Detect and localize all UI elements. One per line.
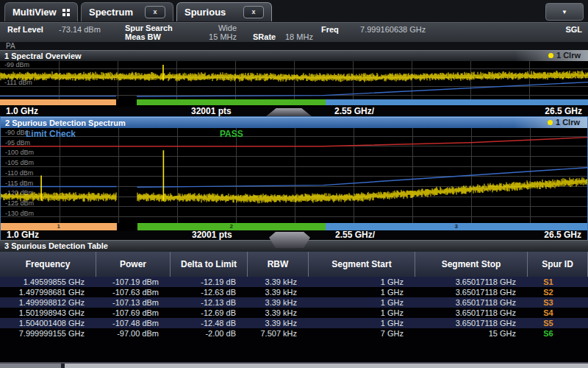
- panel-spectral-overview[interactable]: 1 Spectral Overview 1 Clrw -99 dBm-111 d…: [0, 50, 588, 116]
- table-cell: 15 GHz: [415, 328, 528, 339]
- column-header-delta-to-limit[interactable]: Delta to Limit: [171, 252, 248, 277]
- freq-label[interactable]: Freq: [321, 25, 339, 34]
- panel1-trace-legend[interactable]: 1 Clrw: [514, 50, 588, 61]
- column-header-power[interactable]: Power: [96, 252, 171, 277]
- tab-multiview[interactable]: MultiView: [4, 2, 78, 21]
- table-cell: -12.19 dB: [171, 277, 248, 287]
- panel1-title: 1 Spectral Overview: [4, 52, 82, 60]
- tab-spurious[interactable]: Spurious x: [176, 2, 272, 21]
- table-cell: 7.507 kHz: [248, 328, 309, 339]
- srate-label[interactable]: SRate: [253, 32, 276, 41]
- splitter-handle[interactable]: [269, 232, 310, 248]
- column-header-segment-stop[interactable]: Segment Stop: [415, 252, 528, 277]
- multiview-grid-icon: [62, 9, 70, 16]
- freq-value[interactable]: 7.999160638 GHz: [360, 25, 426, 34]
- panel2-trace-legend[interactable]: 1 Clrw: [514, 117, 587, 128]
- panel1-chart: -99 dBm-111 dBm: [0, 61, 588, 99]
- table-cell: -2.00 dB: [171, 328, 248, 339]
- axis-sweep-points: 32001 pts: [191, 107, 232, 116]
- panel1-header[interactable]: 1 Spectral Overview 1 Clrw: [0, 50, 588, 61]
- table-row[interactable]: 1.49599855 GHz-107.19 dBm-12.19 dB3.39 k…: [0, 277, 588, 287]
- column-header-segment-start[interactable]: Segment Start: [309, 252, 415, 277]
- axis-sweep-points: 32001 pts: [192, 230, 232, 240]
- table-cell: 1 GHz: [309, 277, 415, 287]
- tab-multiview-label: MultiView: [12, 7, 57, 18]
- table-cell: -107.13 dBm: [96, 297, 171, 308]
- table-cell: 1.499998812 GHz: [0, 297, 96, 308]
- table-cell: 1.501998943 GHz: [0, 308, 96, 318]
- close-tab-icon[interactable]: x: [145, 6, 165, 18]
- table-cell: 3.65017118 GHz: [415, 287, 528, 297]
- table-cell: 1 GHz: [309, 287, 415, 297]
- limit-check-result: PASS: [220, 129, 243, 139]
- settings-bar: Ref Level -73.14 dBm Spur Search Meas BW…: [0, 22, 588, 42]
- column-header-spur-id[interactable]: Spur ID: [528, 252, 588, 277]
- axis-stop-freq: 26.5 GHz: [545, 107, 582, 116]
- table-cell: 1 GHz: [309, 318, 415, 328]
- softkey-bar-segment[interactable]: [0, 364, 65, 368]
- table-cell: -107.69 dBm: [96, 308, 171, 318]
- tab-spectrum-label: Spectrum: [89, 7, 133, 18]
- spur-table-body: 1.49599855 GHz-107.19 dBm-12.19 dB3.39 k…: [0, 277, 588, 339]
- tab-dropdown-button[interactable]: ▼: [545, 3, 584, 21]
- segment-bar-2: [137, 99, 326, 105]
- axis-scale-per-div: 2.55 GHz/: [334, 107, 374, 116]
- trace1-color-icon: [548, 53, 553, 58]
- meas-bw-label-2[interactable]: Meas BW: [125, 32, 161, 41]
- table-row[interactable]: 1.497998681 GHz-107.63 dBm-12.63 dB3.39 …: [0, 287, 588, 297]
- column-header-frequency[interactable]: Frequency: [0, 252, 96, 277]
- table-row[interactable]: 1.504001408 GHz-107.48 dBm-12.48 dB3.39 …: [0, 318, 588, 328]
- tab-bar: MultiView Spectrum x Spurious x ▼: [0, 0, 588, 22]
- svg-text:-110 dBm: -110 dBm: [5, 169, 33, 177]
- svg-text:-99 dBm: -99 dBm: [4, 61, 29, 68]
- segment-bar-1: [0, 99, 116, 105]
- srate-value[interactable]: 18 MHz: [285, 32, 313, 41]
- axis-start-freq: 1.0 GHz: [7, 230, 39, 240]
- table-cell: -107.63 dBm: [96, 287, 171, 297]
- limit-check-label: Limit Check: [26, 129, 76, 139]
- softkey-bar-edge[interactable]: [0, 362, 588, 368]
- panel-spurious-spectrum[interactable]: 2 Spurious Detection Spectrum 1 Clrw Lim…: [0, 116, 588, 240]
- table-empty-area: [0, 339, 588, 362]
- table-cell: S5: [528, 318, 588, 328]
- meas-bw-mode[interactable]: Wide: [191, 24, 237, 32]
- svg-text:-130 dBm: -130 dBm: [5, 210, 34, 217]
- table-cell: 7 GHz: [309, 328, 415, 339]
- table-cell: 1.49599855 GHz: [0, 277, 96, 287]
- table-cell: -12.63 dB: [171, 287, 248, 297]
- table-header-row: FrequencyPowerDelta to LimitRBWSegment S…: [0, 252, 588, 277]
- panel2-title: 2 Spurious Detection Spectrum: [5, 118, 126, 127]
- ref-level-value[interactable]: -73.14 dBm: [59, 25, 101, 34]
- table-cell: -12.69 dB: [171, 308, 248, 318]
- table-cell: S4: [528, 308, 588, 318]
- axis-scale-per-div: 2.55 GHz/: [335, 230, 375, 240]
- table-row[interactable]: 1.499998812 GHz-107.13 dBm-12.13 dB3.39 …: [0, 297, 588, 308]
- table-cell: 1 GHz: [309, 297, 415, 308]
- table-cell: S1: [528, 277, 588, 287]
- column-header-rbw[interactable]: RBW: [248, 252, 309, 277]
- table-cell: 3.65017118 GHz: [415, 297, 528, 308]
- panel3-title: 3 Spurious Detection Table: [4, 241, 108, 250]
- chevron-down-icon: ▼: [562, 9, 567, 15]
- table-cell: 1.504001408 GHz: [0, 318, 96, 328]
- ref-level-label[interactable]: Ref Level: [7, 25, 43, 34]
- svg-text:-125 dBm: -125 dBm: [5, 199, 34, 207]
- table-cell: 3.39 kHz: [248, 287, 309, 297]
- table-cell: -12.13 dB: [171, 297, 248, 308]
- tab-spectrum[interactable]: Spectrum x: [81, 2, 173, 21]
- table-row[interactable]: 7.999999155 GHz-97.00 dBm-2.00 dB7.507 k…: [0, 328, 588, 339]
- panel1-segment-bar: [0, 99, 588, 105]
- close-tab-icon[interactable]: x: [243, 6, 264, 18]
- table-cell: 3.39 kHz: [248, 318, 309, 328]
- tab-spurious-label: Spurious: [184, 7, 226, 18]
- svg-text:-111 dBm: -111 dBm: [4, 79, 32, 86]
- table-cell: 3.39 kHz: [248, 297, 309, 308]
- axis-stop-freq: 26.5 GHz: [544, 230, 581, 240]
- panel2-chart: -90 dBm-95 dBm-100 dBm-105 dBm-110 dBm-1…: [1, 128, 587, 223]
- panel2-header[interactable]: 2 Spurious Detection Spectrum 1 Clrw: [1, 117, 587, 128]
- table-row[interactable]: 1.501998943 GHz-107.69 dBm-12.69 dB3.39 …: [0, 308, 588, 318]
- axis-start-freq: 1.0 GHz: [6, 107, 38, 116]
- table-cell: 7.999999155 GHz: [0, 328, 96, 339]
- meas-bw-label-1[interactable]: Spur Search: [125, 24, 173, 32]
- meas-bw-value[interactable]: 15 MHz: [191, 32, 237, 41]
